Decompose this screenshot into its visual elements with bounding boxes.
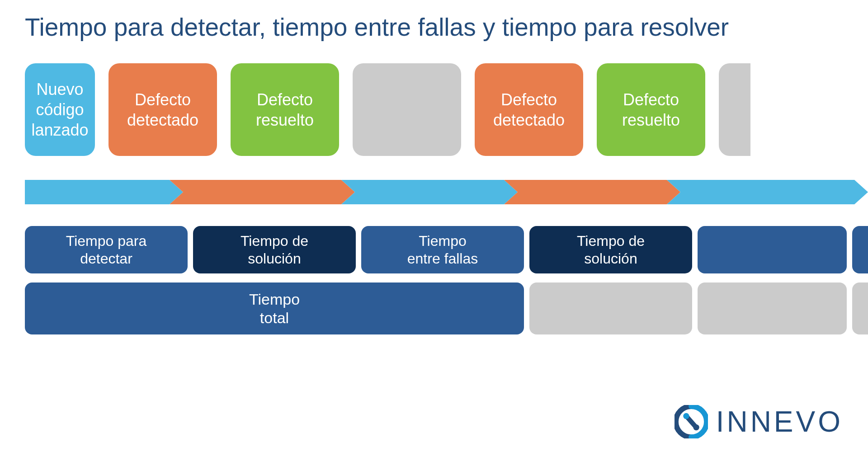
total-bar-2: [698, 282, 847, 334]
arrow-segment-4: [667, 180, 868, 204]
logo-text: INNEVO: [716, 405, 843, 438]
svg-point-1: [693, 424, 699, 430]
total-label: Tiempo total: [249, 290, 300, 327]
arrow-segment-1: [170, 180, 355, 204]
events-row: Nuevo código lanzadoDefecto detectadoDef…: [25, 63, 868, 156]
totals-row: Tiempo total: [25, 282, 868, 334]
timeline-arrow: [25, 180, 868, 204]
total-bar-0: Tiempo total: [25, 282, 524, 334]
event-label: Defecto detectado: [493, 89, 565, 130]
event-label: Defecto detectado: [127, 89, 198, 130]
event-label: Nuevo código lanzado: [31, 79, 88, 140]
event-label: Defecto resuelto: [256, 89, 314, 130]
event-box-2: Defecto resuelto: [231, 63, 339, 156]
metrics-row: Tiempo para detectarTiempo de soluciónTi…: [25, 226, 868, 273]
total-bar-3: [852, 282, 868, 334]
arrow-segment-3: [504, 180, 680, 204]
event-box-6: [719, 63, 750, 156]
logo-icon: [675, 405, 708, 438]
metric-label: Tiempo entre fallas: [407, 232, 478, 267]
diagram-stage: Tiempo para detectar, tiempo entre falla…: [0, 0, 868, 452]
metric-label: Tiempo de solución: [577, 232, 645, 267]
arrow-segment-0: [25, 180, 183, 204]
event-box-5: Defecto resuelto: [597, 63, 705, 156]
page-title: Tiempo para detectar, tiempo entre falla…: [25, 13, 729, 42]
svg-point-0: [683, 413, 689, 419]
event-box-3: [353, 63, 461, 156]
metric-label: Tiempo de solución: [241, 232, 308, 267]
metric-bar-3: Tiempo de solución: [529, 226, 692, 273]
arrow-segment-2: [341, 180, 518, 204]
metric-bar-4: [698, 226, 847, 273]
event-label: Defecto resuelto: [622, 89, 680, 130]
event-box-0: Nuevo código lanzado: [25, 63, 95, 156]
metric-bar-2: Tiempo entre fallas: [361, 226, 524, 273]
total-bar-1: [529, 282, 692, 334]
metric-label: Tiempo para detectar: [66, 232, 146, 267]
metric-bar-0: Tiempo para detectar: [25, 226, 188, 273]
event-box-1: Defecto detectado: [108, 63, 217, 156]
event-box-4: Defecto detectado: [475, 63, 583, 156]
brand-logo: INNEVO: [675, 405, 843, 438]
metric-bar-5: [852, 226, 868, 273]
metric-bar-1: Tiempo de solución: [193, 226, 356, 273]
arrow-icon: [25, 180, 868, 204]
